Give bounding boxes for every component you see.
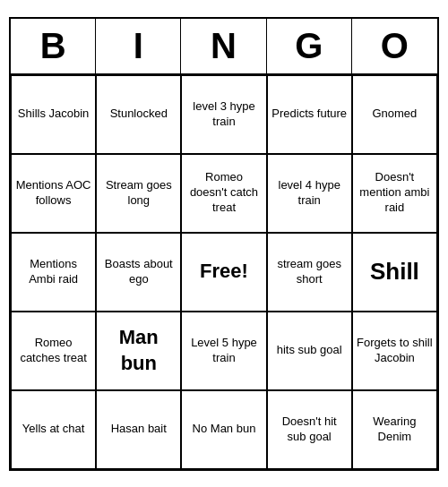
bingo-card: BINGO Shills JacobinStunlockedlevel 3 hy… [9, 17, 439, 471]
bingo-cell-17[interactable]: Level 5 hype train [181, 312, 266, 390]
bingo-cell-23[interactable]: Doesn't hit sub goal [267, 390, 352, 469]
bingo-grid: Shills JacobinStunlockedlevel 3 hype tra… [11, 75, 437, 469]
bingo-cell-3[interactable]: Predicts future [267, 75, 352, 154]
bingo-cell-2[interactable]: level 3 hype train [181, 75, 266, 154]
bingo-cell-1[interactable]: Stunlocked [96, 75, 181, 154]
bingo-cell-20[interactable]: Yells at chat [11, 390, 96, 469]
bingo-cell-15[interactable]: Romeo catches treat [11, 312, 96, 390]
bingo-cell-11[interactable]: Boasts about ego [96, 233, 181, 312]
header-letter-b: B [11, 19, 96, 73]
bingo-cell-14[interactable]: Shill [352, 233, 437, 312]
bingo-cell-12[interactable]: Free! [181, 233, 266, 312]
header-letter-i: I [96, 19, 181, 73]
bingo-cell-10[interactable]: Mentions Ambi raid [11, 233, 96, 312]
bingo-cell-8[interactable]: level 4 hype train [267, 154, 352, 233]
bingo-cell-24[interactable]: Wearing Denim [352, 390, 437, 469]
bingo-cell-22[interactable]: No Man bun [181, 390, 266, 469]
bingo-cell-16[interactable]: Man bun [96, 312, 181, 390]
header-letter-n: N [181, 19, 266, 73]
bingo-cell-19[interactable]: Forgets to shill Jacobin [352, 312, 437, 390]
bingo-cell-13[interactable]: stream goes short [267, 233, 352, 312]
bingo-cell-21[interactable]: Hasan bait [96, 390, 181, 469]
bingo-cell-0[interactable]: Shills Jacobin [11, 75, 96, 154]
header-letter-o: O [352, 19, 437, 73]
bingo-cell-6[interactable]: Stream goes long [96, 154, 181, 233]
bingo-cell-7[interactable]: Romeo doesn't catch treat [181, 154, 266, 233]
bingo-header: BINGO [11, 19, 437, 75]
bingo-cell-9[interactable]: Doesn't mention ambi raid [352, 154, 437, 233]
bingo-cell-5[interactable]: Mentions AOC follows [11, 154, 96, 233]
bingo-cell-4[interactable]: Gnomed [352, 75, 437, 154]
bingo-cell-18[interactable]: hits sub goal [267, 312, 352, 390]
header-letter-g: G [267, 19, 352, 73]
